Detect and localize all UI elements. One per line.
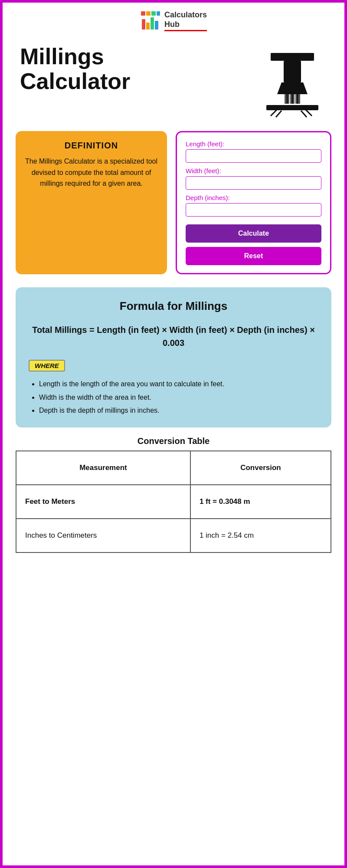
svg-line-18 bbox=[271, 109, 277, 116]
logo-underline bbox=[164, 30, 207, 31]
milling-machine-icon bbox=[258, 44, 327, 118]
width-field: Width (feet): bbox=[186, 167, 321, 190]
svg-rect-0 bbox=[141, 11, 145, 16]
svg-rect-3 bbox=[157, 11, 160, 16]
svg-rect-6 bbox=[151, 17, 154, 30]
logo-calculators: Calculators bbox=[164, 10, 207, 20]
conversion-table-title: Conversion Table bbox=[16, 436, 331, 446]
depth-input[interactable] bbox=[186, 203, 321, 217]
list-item: Depth is the depth of millings in inches… bbox=[39, 404, 318, 417]
col-header-conversion: Conversion bbox=[190, 451, 331, 485]
length-field: Length (feet): bbox=[186, 140, 321, 163]
definition-text: The Millings Calculator is a specialized… bbox=[23, 156, 159, 189]
calculator-box: Length (feet): Width (feet): Depth (inch… bbox=[176, 131, 331, 274]
header: Calculators Hub bbox=[3, 3, 344, 36]
table-row: Inches to Centimeters 1 inch = 2.54 cm bbox=[16, 519, 331, 552]
list-item: Width is the width of the area in feet. bbox=[39, 391, 318, 404]
svg-rect-17 bbox=[266, 105, 318, 110]
page-title: Millings Calculator bbox=[20, 44, 249, 94]
where-badge: WHERE bbox=[29, 360, 65, 372]
width-label: Width (feet): bbox=[186, 167, 321, 174]
length-label: Length (feet): bbox=[186, 140, 321, 148]
two-column-section: DEFINITION The Millings Calculator is a … bbox=[3, 122, 344, 283]
col-header-measurement: Measurement bbox=[16, 451, 190, 485]
logo: Calculators Hub bbox=[140, 10, 207, 31]
svg-rect-1 bbox=[146, 11, 151, 16]
width-input[interactable] bbox=[186, 176, 321, 190]
measurement-cell: Inches to Centimeters bbox=[16, 519, 190, 552]
reset-button[interactable]: Reset bbox=[186, 247, 321, 265]
conversion-table: Measurement Conversion Feet to Meters 1 … bbox=[16, 450, 331, 553]
svg-rect-2 bbox=[151, 11, 156, 16]
calculate-button[interactable]: Calculate bbox=[186, 224, 321, 243]
list-item: Length is the length of the area you wan… bbox=[39, 378, 318, 391]
svg-rect-7 bbox=[155, 21, 158, 30]
svg-rect-4 bbox=[142, 19, 145, 30]
svg-line-20 bbox=[305, 109, 312, 116]
title-line2: Calculator bbox=[20, 69, 130, 94]
svg-rect-9 bbox=[284, 61, 301, 82]
svg-rect-8 bbox=[271, 53, 314, 61]
definition-title: DEFINITION bbox=[23, 141, 159, 151]
logo-hub: Hub bbox=[164, 20, 207, 30]
depth-label: Depth (inches): bbox=[186, 194, 321, 201]
depth-field: Depth (inches): bbox=[186, 194, 321, 217]
logo-text: Calculators Hub bbox=[164, 10, 207, 31]
calc-buttons: Calculate Reset bbox=[186, 224, 321, 265]
svg-line-19 bbox=[276, 111, 282, 117]
hero-section: Millings Calculator bbox=[3, 36, 344, 122]
formula-title: Formula for Millings bbox=[29, 299, 318, 313]
svg-rect-5 bbox=[146, 23, 150, 30]
table-header-row: Measurement Conversion bbox=[16, 451, 331, 485]
conversion-cell: 1 ft = 0.3048 m bbox=[190, 485, 331, 519]
formula-list: Length is the length of the area you wan… bbox=[29, 378, 318, 417]
title-line1: Millings bbox=[20, 44, 104, 69]
length-input[interactable] bbox=[186, 149, 321, 163]
measurement-cell: Feet to Meters bbox=[16, 485, 190, 519]
formula-equation: Total Millings = Length (in feet) × Widt… bbox=[29, 323, 318, 349]
conversion-section: Conversion Table Measurement Conversion … bbox=[16, 436, 331, 553]
logo-icon bbox=[140, 10, 161, 31]
formula-section: Formula for Millings Total Millings = Le… bbox=[16, 287, 331, 427]
svg-line-21 bbox=[301, 111, 307, 117]
definition-box: DEFINITION The Millings Calculator is a … bbox=[16, 131, 167, 274]
table-row: Feet to Meters 1 ft = 0.3048 m bbox=[16, 485, 331, 519]
svg-marker-10 bbox=[277, 82, 308, 94]
conversion-cell: 1 inch = 2.54 cm bbox=[190, 519, 331, 552]
